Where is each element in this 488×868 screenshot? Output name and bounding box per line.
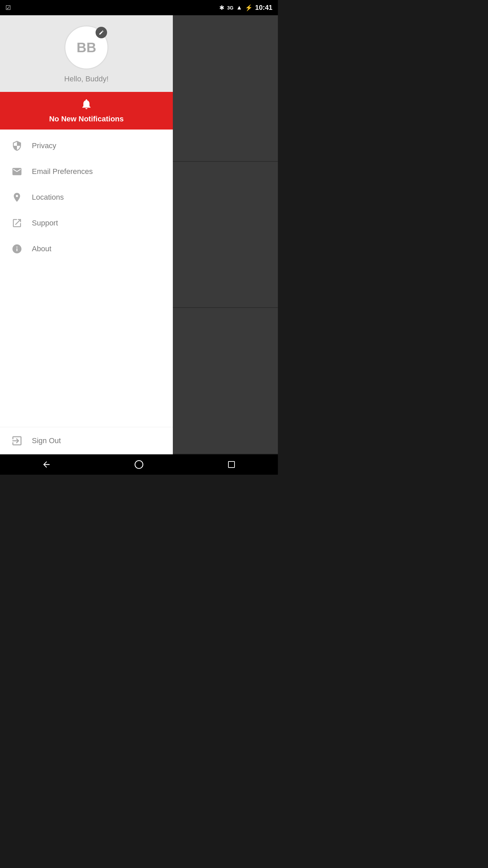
signal-icon: 3G — [227, 5, 233, 11]
privacy-label: Privacy — [32, 141, 56, 150]
avatar-initials: BB — [77, 40, 96, 55]
status-bar-right: ✱ 3G ▲ ⚡ 10:41 — [219, 4, 272, 12]
no-new-notifications-text: No New Notifications — [49, 115, 124, 123]
main-content: WORKOUTS FIND A CLASS — [0, 15, 278, 454]
status-bar-left: ☑ — [5, 4, 11, 12]
location-icon — [10, 191, 24, 204]
greeting: Hello, Buddy! — [64, 75, 109, 83]
back-button[interactable] — [36, 458, 57, 471]
menu-item-about[interactable]: About — [0, 236, 173, 262]
menu-item-privacy[interactable]: Privacy — [0, 133, 173, 159]
menu-items: Privacy Email Preferences Location — [0, 130, 173, 427]
bell-icon — [80, 98, 93, 113]
avatar-container: BB — [64, 25, 108, 70]
email-preferences-label: Email Preferences — [32, 167, 93, 176]
support-label: Support — [32, 219, 58, 228]
svg-rect-30 — [228, 461, 235, 468]
menu-item-support[interactable]: Support — [0, 210, 173, 236]
profile-header: BB Hello, Buddy! — [0, 15, 173, 92]
notifications-banner[interactable]: No New Notifications — [0, 92, 173, 130]
menu-item-email-preferences[interactable]: Email Preferences — [0, 159, 173, 184]
clock: 10:41 — [255, 4, 272, 12]
signal-bars-icon: ▲ — [236, 4, 242, 11]
home-button[interactable] — [129, 458, 149, 471]
locations-label: Locations — [32, 193, 64, 202]
sign-out-icon — [10, 434, 24, 448]
external-link-icon — [10, 216, 24, 230]
recent-apps-button[interactable] — [221, 458, 242, 471]
svg-point-29 — [135, 460, 143, 468]
about-label: About — [32, 244, 52, 253]
shield-icon — [10, 139, 24, 153]
bottom-nav — [0, 454, 278, 475]
status-bar: ☑ ✱ 3G ▲ ⚡ 10:41 — [0, 0, 278, 15]
info-icon — [10, 242, 24, 256]
battery-icon: ⚡ — [245, 4, 252, 12]
checklist-icon: ☑ — [5, 4, 11, 12]
sign-out-button[interactable]: Sign Out — [0, 427, 173, 454]
menu-item-locations[interactable]: Locations — [0, 184, 173, 210]
bluetooth-icon: ✱ — [219, 4, 224, 12]
drawer: BB Hello, Buddy! No New Notifications — [0, 15, 173, 454]
mail-icon — [10, 165, 24, 178]
edit-avatar-button[interactable] — [96, 27, 107, 38]
sign-out-label: Sign Out — [32, 436, 61, 445]
